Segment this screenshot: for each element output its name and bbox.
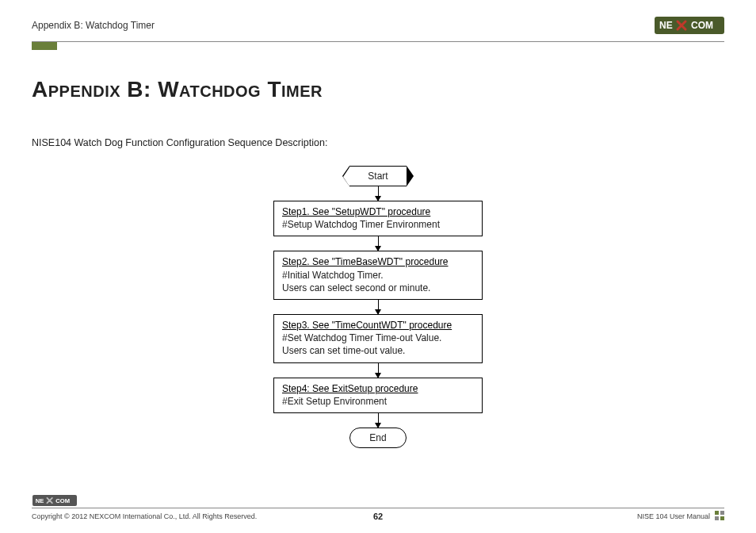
- svg-text:NE: NE: [36, 497, 44, 504]
- flow-step-desc: #Setup Watchdog Timer Environment: [282, 219, 440, 230]
- header-rule: [32, 41, 724, 42]
- flow-step-3: Step3. See "TimeCountWDT" procedure #Set…: [273, 314, 483, 363]
- flow-step-link[interactable]: Step4: See ExitSetup procedure: [282, 382, 474, 395]
- flow-step-desc: #Initial Watchdog Timer. Users can selec…: [282, 270, 430, 293]
- flow-arrow: [378, 413, 379, 428]
- intro-text: NISE104 Watch Dog Function Configuration…: [32, 137, 724, 148]
- flow-arrow: [378, 236, 379, 251]
- flow-step-1: Step1. See "SetupWDT" procedure #Setup W…: [273, 201, 483, 236]
- flow-start-label: Start: [368, 171, 388, 182]
- footer-page-number: 62: [32, 512, 724, 521]
- flow-step-link[interactable]: Step1. See "SetupWDT" procedure: [282, 205, 474, 218]
- logo-left-text: NE: [659, 20, 673, 31]
- footer-rule: [32, 508, 724, 508]
- flow-step-desc: #Set Watchdog Timer Time-out Value. User…: [282, 332, 441, 356]
- logo-right-text: COM: [691, 20, 713, 31]
- flow-arrow: [378, 363, 379, 378]
- flow-step-link[interactable]: Step3. See "TimeCountWDT" procedure: [282, 319, 474, 332]
- nexcom-logo-footer: NE COM: [32, 495, 78, 506]
- page-title: Appendix B: Watchdog Timer: [32, 77, 724, 102]
- flow-step-2: Step2. See "TimeBaseWDT" procedure #Init…: [273, 251, 483, 300]
- flow-start: Start: [349, 166, 407, 186]
- flow-end-label: End: [369, 432, 386, 443]
- svg-text:COM: COM: [55, 497, 70, 504]
- flowchart: Start Step1. See "SetupWDT" procedure #S…: [32, 166, 724, 448]
- breadcrumb: Appendix B: Watchdog Timer: [32, 20, 155, 31]
- nexcom-logo: NE COM: [655, 17, 724, 34]
- flow-arrow: [378, 300, 379, 314]
- flow-end: End: [349, 428, 407, 448]
- flow-step-desc: #Exit Setup Environment: [282, 396, 387, 407]
- flow-arrow: [378, 186, 379, 201]
- flow-step-link[interactable]: Step2. See "TimeBaseWDT" procedure: [282, 255, 474, 268]
- flow-step-4: Step4: See ExitSetup procedure #Exit Set…: [273, 378, 483, 413]
- header-accent-tab: [32, 42, 57, 50]
